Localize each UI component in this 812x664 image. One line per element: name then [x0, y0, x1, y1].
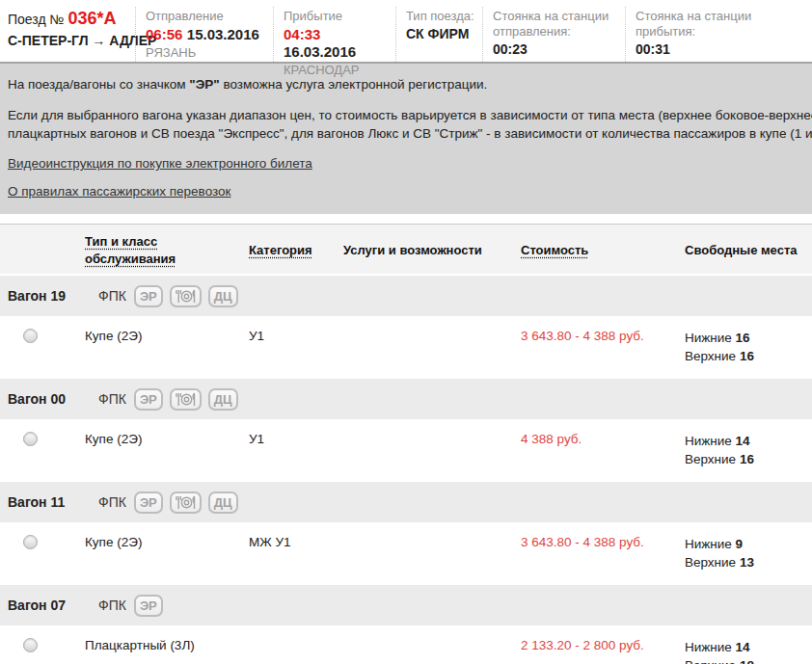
carrier-name: ФПК [98, 598, 126, 613]
er-notice-badge-text: "ЭР" [189, 77, 219, 92]
stop-arrival-value: 00:31 [636, 41, 812, 57]
seat-class-row-11: Купе (2Э) МЖ У1 3 643.80 - 4 388 руб. Ни… [0, 524, 812, 583]
electronic-registration-icon[interactable]: ЭР [134, 285, 163, 307]
wagon-type-class: Купе (2Э) [85, 535, 249, 571]
electronic-registration-icon[interactable]: ЭР [134, 491, 163, 514]
train-route: С-ПЕТЕР-ГЛ → АДЛЕР [8, 33, 135, 48]
arrival-station: КРАСНОДАР [284, 63, 395, 78]
dining-car-icon[interactable] [170, 285, 202, 307]
wagon-services [343, 432, 521, 468]
dynamic-pricing-icon[interactable]: ДЦ [208, 285, 238, 307]
stop-arrival-label: Стоянка на станции прибытия: [636, 9, 812, 40]
wagon-header-row-19: Вагон 19 ФПК ЭР ДЦ [0, 274, 812, 318]
train-number-label: Поезд № [8, 12, 65, 27]
free-seats: Нижние 16 Верхние 16 [685, 329, 812, 365]
train-type-label: Тип поезда: [406, 9, 482, 24]
dynamic-pricing-icon[interactable]: ДЦ [208, 388, 238, 411]
dining-car-icon[interactable] [170, 491, 202, 514]
electronic-registration-icon[interactable]: ЭР [134, 388, 163, 411]
col-price[interactable]: Стоимость [521, 243, 588, 257]
departure-time: 06:56 [146, 26, 182, 42]
wagon-category [249, 638, 343, 664]
wagon-type-class: Плацкартный (3Л) [85, 638, 249, 664]
col-category[interactable]: Категория [249, 243, 312, 257]
video-instruction-link[interactable]: Видеоинструкция по покупке электронного … [8, 156, 312, 171]
seat-class-row-07: Плацкартный (3Л) 2 133.20 - 2 800 руб. Н… [0, 627, 812, 664]
free-seats: Нижние 9 Верхние 13 [685, 535, 812, 571]
price-range: 2 133.20 - 2 800 руб. [521, 638, 685, 664]
wagon-category: У1 [249, 329, 343, 365]
departure-label: Отправление [146, 9, 273, 24]
info-box: На поезда/вагоны со значком "ЭР" возможн… [0, 62, 812, 214]
train-type-value: СК ФИРМ [406, 26, 482, 41]
wagon-name: Вагон 11 [0, 494, 65, 510]
wagon-header-row-00: Вагон 00 ФПК ЭР ДЦ [0, 377, 812, 421]
dining-car-icon[interactable] [170, 388, 202, 411]
er-notice-suffix: возможна услуга электронной регистрации. [220, 77, 488, 92]
wagon-name: Вагон 00 [0, 391, 66, 407]
wagon-type-class: Купе (2Э) [85, 432, 249, 468]
price-range-notice-line1: Если для выбранного вагона указан диапаз… [8, 106, 812, 124]
wagon-services [343, 638, 521, 664]
train-number: 036*А [68, 9, 116, 28]
free-seats: Нижние 14 Верхние 18 Нижние боковые 9 Ве… [685, 638, 812, 664]
wagon-category: У1 [249, 432, 343, 468]
passenger-rules-link[interactable]: О правилах пассажирских перевозок [8, 184, 230, 199]
price-range: 4 388 руб. [521, 432, 685, 468]
wagon-name: Вагон 07 [0, 598, 66, 613]
col-type-class[interactable]: Тип и класс обслуживания [85, 234, 176, 266]
seat-class-row-00: Купе (2Э) У1 4 388 руб. Нижние 14 Верхни… [0, 421, 812, 480]
wagon-header-row-07: Вагон 07 ФПК ЭР [0, 583, 812, 627]
table-header-row: Тип и класс обслуживания Категория Услуг… [0, 224, 812, 274]
select-wagon-radio[interactable] [23, 535, 38, 549]
er-notice-prefix: На поезда/вагоны со значком [8, 77, 189, 92]
col-seats: Свободные места [685, 243, 798, 257]
train-number-line: Поезд № 036*А [8, 9, 135, 29]
train-summary-bar: Поезд № 036*А С-ПЕТЕР-ГЛ → АДЛЕР Отправл… [0, 0, 812, 62]
free-seats: Нижние 14 Верхние 16 [685, 432, 812, 468]
select-wagon-radio[interactable] [23, 329, 38, 343]
arrival-date: 16.03.2016 [284, 43, 356, 60]
price-range-notice-line2: плацкартных вагонов и СВ поезда "Экспрес… [8, 124, 812, 143]
er-notice: На поезда/вагоны со значком "ЭР" возможн… [8, 77, 812, 92]
price-range: 3 643.80 - 4 388 руб. [521, 535, 685, 571]
dynamic-pricing-icon[interactable]: ДЦ [208, 491, 238, 514]
select-wagon-radio[interactable] [23, 638, 38, 652]
carrier-name: ФПК [98, 391, 126, 407]
wagon-category: МЖ У1 [249, 535, 343, 571]
select-wagon-radio[interactable] [23, 432, 38, 446]
col-services: Услуги и возможности [343, 243, 482, 257]
wagon-services [343, 535, 521, 571]
wagon-header-row-11: Вагон 11 ФПК ЭР ДЦ [0, 480, 812, 524]
seat-class-row-19: Купе (2Э) У1 3 643.80 - 4 388 руб. Нижни… [0, 318, 812, 377]
wagons-table: Тип и класс обслуживания Категория Услуг… [0, 224, 812, 664]
wagon-name: Вагон 19 [0, 288, 66, 304]
stop-departure-label: Стоянка на станции отправления: [493, 9, 625, 40]
arrival-label: Прибытие [284, 9, 395, 24]
departure-date: 15.03.2016 [187, 26, 259, 42]
departure-station: РЯЗАНЬ [146, 45, 273, 61]
wagon-services [343, 329, 521, 365]
carrier-name: ФПК [98, 288, 126, 304]
carrier-name: ФПК [98, 494, 126, 510]
stop-departure-value: 00:23 [493, 41, 625, 57]
electronic-registration-icon[interactable]: ЭР [134, 595, 163, 617]
price-range: 3 643.80 - 4 388 руб. [521, 329, 685, 365]
wagon-type-class: Купе (2Э) [85, 329, 249, 365]
arrival-time: 04:33 [284, 26, 320, 42]
